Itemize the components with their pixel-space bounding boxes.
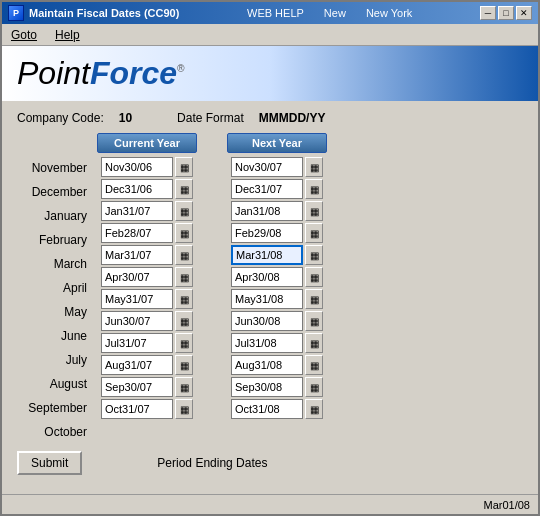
current-year-input-10[interactable] [101, 377, 173, 397]
next-year-cal-btn-8[interactable]: ▦ [305, 333, 323, 353]
next-year-input-2[interactable] [231, 201, 303, 221]
logo-point: Point [17, 55, 90, 91]
month-label-may: May [64, 301, 92, 323]
month-label-june: June [61, 325, 92, 347]
menu-bar: Goto Help [2, 24, 538, 46]
title-controls: ─ □ ✕ [480, 6, 532, 20]
next-year-cal-btn-5[interactable]: ▦ [305, 267, 323, 287]
title-center: WEB HELP New New York [247, 7, 412, 19]
next-year-input-11[interactable] [231, 399, 303, 419]
next-year-row: ▦ [231, 399, 323, 419]
next-year-cal-btn-1[interactable]: ▦ [305, 179, 323, 199]
current-year-input-2[interactable] [101, 201, 173, 221]
title-bar-left: P Maintain Fiscal Dates (CC90) [8, 5, 179, 21]
next-year-input-6[interactable] [231, 289, 303, 309]
current-year-input-9[interactable] [101, 355, 173, 375]
current-year-input-1[interactable] [101, 179, 173, 199]
month-label-february: February [39, 229, 92, 251]
date-format-label: Date Format [177, 111, 244, 125]
main-window: P Maintain Fiscal Dates (CC90) WEB HELP … [0, 0, 540, 516]
current-year-row: ▦ [101, 223, 193, 243]
next-year-row: ▦ [231, 289, 323, 309]
current-year-input-4[interactable] [101, 245, 173, 265]
current-year-input-5[interactable] [101, 267, 173, 287]
current-year-cal-btn-10[interactable]: ▦ [175, 377, 193, 397]
current-year-row: ▦ [101, 377, 193, 397]
current-year-cal-btn-11[interactable]: ▦ [175, 399, 193, 419]
next-year-row: ▦ [231, 245, 323, 265]
period-ending-label: Period Ending Dates [157, 456, 267, 470]
next-year-row: ▦ [231, 333, 323, 353]
current-year-cal-btn-8[interactable]: ▦ [175, 333, 193, 353]
current-year-cal-btn-2[interactable]: ▦ [175, 201, 193, 221]
maximize-button[interactable]: □ [498, 6, 514, 20]
next-year-cal-btn-7[interactable]: ▦ [305, 311, 323, 331]
status-value: Mar01/08 [484, 499, 530, 511]
current-year-input-3[interactable] [101, 223, 173, 243]
next-year-row: ▦ [231, 377, 323, 397]
info-row: Company Code: 10 Date Format MMMDD/YY [17, 111, 523, 125]
logo-force: Force [90, 55, 177, 91]
current-year-column: Current Year ▦▦▦▦▦▦▦▦▦▦▦▦ [97, 133, 197, 443]
current-year-cal-btn-5[interactable]: ▦ [175, 267, 193, 287]
submit-button[interactable]: Submit [17, 451, 82, 475]
month-labels: NovemberDecemberJanuaryFebruaryMarchApri… [17, 133, 92, 443]
current-year-cal-btn-1[interactable]: ▦ [175, 179, 193, 199]
next-year-row: ▦ [231, 179, 323, 199]
current-year-cal-btn-0[interactable]: ▦ [175, 157, 193, 177]
next-year-input-7[interactable] [231, 311, 303, 331]
month-label-march: March [54, 253, 92, 275]
next-year-input-3[interactable] [231, 223, 303, 243]
date-format-value: MMMDD/YY [259, 111, 326, 125]
next-year-cal-btn-4[interactable]: ▦ [305, 245, 323, 265]
title-bar: P Maintain Fiscal Dates (CC90) WEB HELP … [2, 2, 538, 24]
next-year-input-8[interactable] [231, 333, 303, 353]
next-year-input-9[interactable] [231, 355, 303, 375]
company-code-value: 10 [119, 111, 132, 125]
close-button[interactable]: ✕ [516, 6, 532, 20]
current-year-input-6[interactable] [101, 289, 173, 309]
current-year-cal-btn-9[interactable]: ▦ [175, 355, 193, 375]
next-year-cal-btn-9[interactable]: ▦ [305, 355, 323, 375]
next-year-row: ▦ [231, 223, 323, 243]
next-year-input-4[interactable] [231, 245, 303, 265]
next-year-cal-btn-2[interactable]: ▦ [305, 201, 323, 221]
current-year-cal-btn-7[interactable]: ▦ [175, 311, 193, 331]
current-year-row: ▦ [101, 311, 193, 331]
new-label: New [324, 7, 346, 19]
next-year-row: ▦ [231, 267, 323, 287]
month-label-november: November [32, 157, 92, 179]
next-year-row: ▦ [231, 355, 323, 375]
current-year-cal-btn-3[interactable]: ▦ [175, 223, 193, 243]
next-year-input-10[interactable] [231, 377, 303, 397]
current-year-input-0[interactable] [101, 157, 173, 177]
current-year-inputs: ▦▦▦▦▦▦▦▦▦▦▦▦ [101, 157, 193, 419]
next-year-header: Next Year [227, 133, 327, 153]
next-year-cal-btn-6[interactable]: ▦ [305, 289, 323, 309]
window-title: Maintain Fiscal Dates (CC90) [29, 7, 179, 19]
current-year-cal-btn-4[interactable]: ▦ [175, 245, 193, 265]
current-year-row: ▦ [101, 201, 193, 221]
next-year-input-5[interactable] [231, 267, 303, 287]
current-year-input-8[interactable] [101, 333, 173, 353]
next-year-cal-btn-3[interactable]: ▦ [305, 223, 323, 243]
next-year-cal-btn-10[interactable]: ▦ [305, 377, 323, 397]
help-menu[interactable]: Help [51, 27, 84, 43]
current-year-cal-btn-6[interactable]: ▦ [175, 289, 193, 309]
next-year-inputs: ▦▦▦▦▦▦▦▦▦▦▦▦ [231, 157, 323, 419]
current-year-input-7[interactable] [101, 311, 173, 331]
next-year-input-1[interactable] [231, 179, 303, 199]
month-label-september: September [28, 397, 92, 419]
goto-menu[interactable]: Goto [7, 27, 41, 43]
minimize-button[interactable]: ─ [480, 6, 496, 20]
next-year-row: ▦ [231, 311, 323, 331]
app-icon: P [8, 5, 24, 21]
current-year-input-11[interactable] [101, 399, 173, 419]
next-year-input-0[interactable] [231, 157, 303, 177]
content-area: Company Code: 10 Date Format MMMDD/YY No… [2, 101, 538, 494]
webhelp-link[interactable]: WEB HELP [247, 7, 304, 19]
logo-trademark: ® [177, 63, 184, 74]
next-year-cal-btn-11[interactable]: ▦ [305, 399, 323, 419]
current-year-row: ▦ [101, 179, 193, 199]
next-year-cal-btn-0[interactable]: ▦ [305, 157, 323, 177]
